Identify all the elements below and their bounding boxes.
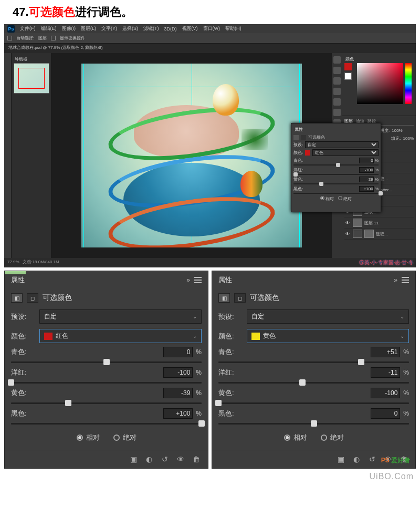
- cyan-input[interactable]: [163, 347, 193, 357]
- slider-thumb[interactable]: [215, 400, 222, 406]
- panel-menu-icon[interactable]: [194, 277, 202, 283]
- slider-thumb[interactable]: [299, 379, 306, 386]
- color-field[interactable]: [357, 63, 403, 104]
- panel-shortcut-icon[interactable]: [333, 88, 341, 95]
- slider-track[interactable]: [218, 423, 409, 425]
- zoom-level[interactable]: 77.9%: [7, 260, 19, 264]
- menu-filter[interactable]: 滤镜(T): [143, 25, 159, 32]
- auto-select-checkbox[interactable]: [7, 36, 12, 40]
- magenta-input[interactable]: [163, 367, 193, 378]
- menu-edit[interactable]: 编辑(E): [41, 25, 57, 32]
- slider-input[interactable]: [359, 177, 374, 182]
- slider-thumb[interactable]: [336, 163, 340, 167]
- relative-radio[interactable]: [284, 435, 290, 441]
- panel-title[interactable]: 属性: [218, 275, 232, 285]
- preset-select[interactable]: 自定⌄: [247, 309, 409, 324]
- properties-panel-floating[interactable]: 属性 可选颜色 预设: 自定 颜色: 红色 青色: % 洋红: % 黄色: %: [291, 123, 381, 212]
- previous-icon[interactable]: ◐: [351, 454, 362, 464]
- document-tab[interactable]: 地球合成教程.psd @ 77.9% (选取颜色 2, 蒙版想/8): [4, 44, 416, 53]
- properties-tab[interactable]: 属性: [293, 126, 379, 133]
- opacity-value[interactable]: 100%: [392, 128, 402, 133]
- slider-thumb[interactable]: [65, 400, 71, 406]
- fill-value[interactable]: 100%: [403, 136, 414, 141]
- layer-row[interactable]: 👁图层 11: [344, 218, 414, 229]
- slider-track[interactable]: [11, 402, 202, 404]
- slider-track[interactable]: [218, 361, 409, 363]
- color-tab[interactable]: 颜色: [344, 55, 414, 63]
- fg-bg-swatches[interactable]: [344, 63, 355, 104]
- tool-palette[interactable]: [4, 53, 12, 258]
- yellow-input[interactable]: [163, 388, 193, 398]
- slider-thumb[interactable]: [198, 420, 205, 427]
- clip-icon[interactable]: ▣: [335, 454, 346, 464]
- slider-track[interactable]: [11, 423, 202, 425]
- relative-radio[interactable]: [320, 196, 324, 200]
- auto-select-target[interactable]: 图层: [38, 35, 47, 41]
- color-select[interactable]: 红色 ⌄: [39, 329, 202, 343]
- slider-thumb[interactable]: [319, 182, 323, 186]
- absolute-radio[interactable]: [113, 435, 120, 441]
- menu-help[interactable]: 帮助(H): [225, 25, 242, 32]
- canvas[interactable]: [81, 64, 302, 247]
- menu-select[interactable]: 选择(S): [122, 25, 138, 32]
- slider-track[interactable]: [293, 164, 379, 166]
- slider-track[interactable]: [11, 382, 202, 384]
- slider-thumb[interactable]: [103, 359, 110, 365]
- preset-select[interactable]: 自定: [305, 141, 379, 148]
- collapse-icon[interactable]: »: [186, 276, 190, 284]
- panel-shortcut-icon[interactable]: [333, 56, 341, 64]
- menu-layer[interactable]: 图层(L): [81, 25, 96, 32]
- cyan-input[interactable]: [371, 347, 400, 357]
- fg-color-icon[interactable]: [344, 63, 352, 70]
- slider-track[interactable]: [218, 402, 409, 404]
- black-input[interactable]: [371, 408, 400, 419]
- slider-thumb[interactable]: [293, 172, 298, 177]
- panel-shortcut-icon[interactable]: [333, 67, 341, 74]
- panel-menu-icon[interactable]: [402, 277, 409, 283]
- previous-icon[interactable]: ◐: [144, 454, 154, 464]
- menu-image[interactable]: 图像(I): [62, 25, 76, 32]
- collapse-icon[interactable]: »: [394, 276, 397, 284]
- slider-track[interactable]: [293, 174, 379, 175]
- slider-track[interactable]: [293, 193, 379, 194]
- black-input[interactable]: [163, 408, 193, 419]
- slider-track[interactable]: [293, 183, 379, 184]
- slider-thumb[interactable]: [8, 379, 14, 386]
- hue-slider[interactable]: [405, 63, 412, 104]
- color-select[interactable]: 黄色 ⌄: [247, 329, 409, 343]
- slider-thumb[interactable]: [358, 359, 364, 365]
- clip-icon[interactable]: ▣: [128, 454, 139, 464]
- navigator-thumbnail[interactable]: [14, 63, 49, 94]
- canvas-area[interactable]: [51, 53, 332, 258]
- panel-title[interactable]: 属性: [11, 275, 25, 285]
- reset-icon[interactable]: ↺: [367, 454, 377, 464]
- slider-thumb[interactable]: [379, 191, 383, 195]
- magenta-input[interactable]: [371, 367, 400, 378]
- layer-row[interactable]: 👁选取...: [344, 229, 414, 240]
- color-select[interactable]: 红色: [312, 149, 379, 156]
- bg-color-icon[interactable]: [344, 73, 352, 80]
- slider-thumb[interactable]: [311, 420, 317, 427]
- relative-radio[interactable]: [77, 435, 83, 441]
- menu-text[interactable]: 文字(Y): [101, 25, 117, 32]
- menu-3d[interactable]: 3D(D): [164, 26, 177, 32]
- panel-shortcut-icon[interactable]: [333, 77, 341, 85]
- show-transform-checkbox[interactable]: [51, 36, 56, 40]
- preset-select[interactable]: 自定⌄: [39, 309, 202, 324]
- menu-window[interactable]: 窗口(W): [203, 25, 220, 32]
- absolute-radio[interactable]: [338, 196, 342, 200]
- menu-view[interactable]: 视图(V): [182, 25, 198, 32]
- panel-shortcut-icon[interactable]: [333, 98, 341, 106]
- slider-input[interactable]: [359, 186, 374, 192]
- visibility-icon[interactable]: 👁: [175, 454, 186, 464]
- panel-shortcut-icon[interactable]: [333, 109, 341, 116]
- slider-track[interactable]: [11, 361, 202, 363]
- slider-track[interactable]: [218, 382, 409, 384]
- slider-input[interactable]: [359, 167, 374, 173]
- trash-icon[interactable]: 🗑: [191, 454, 202, 464]
- reset-icon[interactable]: ↺: [160, 454, 170, 464]
- slider-input[interactable]: [359, 158, 374, 163]
- yellow-input[interactable]: [371, 388, 400, 398]
- menu-file[interactable]: 文件(F): [20, 25, 36, 32]
- absolute-radio[interactable]: [321, 435, 327, 441]
